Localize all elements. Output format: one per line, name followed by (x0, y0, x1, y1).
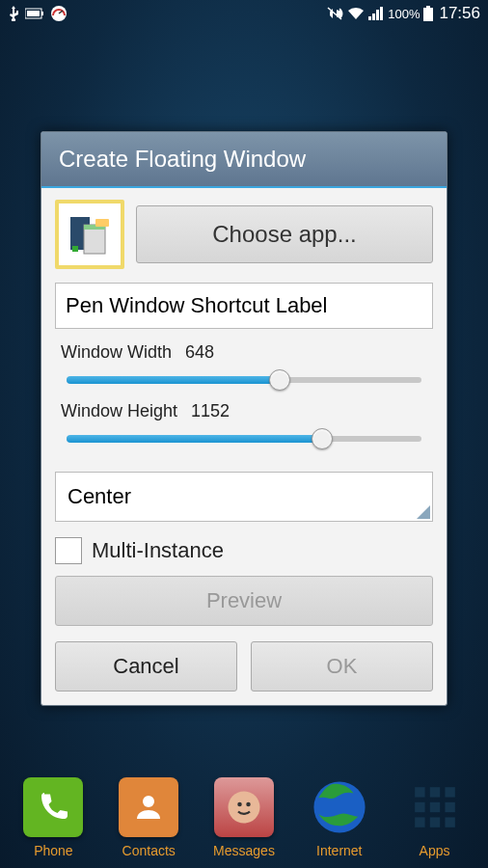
dock-label: Internet (316, 843, 362, 858)
svg-rect-1 (41, 12, 43, 15)
svg-rect-5 (423, 8, 433, 21)
dock-label: Messages (213, 843, 275, 858)
status-bar: 100% 17:56 (0, 0, 488, 27)
internet-icon (310, 777, 369, 837)
svg-rect-6 (426, 6, 430, 8)
svg-rect-20 (445, 817, 454, 827)
svg-point-7 (143, 796, 154, 807)
dock-item-apps[interactable]: Apps (392, 777, 478, 858)
apps-icon (405, 777, 465, 837)
create-floating-window-dialog: Create Floating Window Choose app... Win… (41, 131, 447, 706)
dock-item-internet[interactable]: Internet (296, 777, 383, 858)
window-width-value: 648 (185, 342, 214, 363)
window-width-slider[interactable] (67, 368, 421, 392)
signal-icon (368, 7, 384, 20)
checkbox-box-icon (55, 537, 82, 564)
svg-rect-12 (415, 787, 424, 797)
svg-point-9 (237, 802, 242, 807)
svg-rect-2 (27, 11, 40, 16)
clock-text: 17:56 (439, 4, 480, 23)
svg-rect-16 (429, 802, 439, 812)
wifi-icon (347, 7, 365, 20)
position-spinner[interactable]: Center (55, 472, 433, 522)
shortcut-label-input[interactable] (55, 283, 433, 329)
ok-button[interactable]: OK (251, 641, 433, 692)
messages-icon (214, 777, 274, 837)
window-width-label: Window Width (61, 342, 172, 363)
svg-rect-14 (445, 787, 454, 797)
choose-app-button[interactable]: Choose app... (136, 205, 433, 263)
battery-icon (423, 6, 433, 21)
multi-instance-checkbox[interactable]: Multi-Instance (55, 531, 433, 576)
app-preview-icon[interactable] (55, 200, 124, 269)
svg-point-8 (228, 792, 259, 824)
svg-rect-18 (415, 817, 424, 827)
dock-item-contacts[interactable]: Contacts (105, 777, 192, 858)
dock-label: Phone (34, 843, 72, 858)
usb-icon (8, 6, 19, 21)
dock-label: Contacts (122, 843, 176, 858)
window-height-label: Window Height (61, 401, 177, 421)
preview-button[interactable]: Preview (55, 576, 433, 626)
dropdown-corner-icon (417, 505, 430, 519)
dock-label: Apps (420, 843, 450, 858)
phone-icon (23, 777, 83, 837)
svg-rect-24 (72, 246, 78, 252)
dock: Phone Contacts Messages Internet Apps (0, 777, 488, 862)
svg-rect-15 (415, 802, 424, 812)
position-value: Center (68, 484, 131, 509)
status-right: 100% 17:56 (326, 4, 480, 23)
status-left (8, 5, 68, 22)
dock-item-phone[interactable]: Phone (10, 777, 96, 858)
battery-small-icon (25, 7, 44, 20)
svg-point-10 (246, 802, 251, 807)
dialog-title: Create Floating Window (41, 132, 447, 188)
multi-instance-label: Multi-Instance (92, 538, 224, 563)
svg-rect-13 (429, 787, 439, 797)
window-height-slider[interactable] (67, 427, 421, 450)
cancel-button[interactable]: Cancel (55, 641, 237, 692)
dialog-body: Choose app... Window Width 648 Window He… (41, 188, 447, 705)
battery-percent-text: 100% (388, 7, 420, 21)
dock-item-messages[interactable]: Messages (201, 777, 287, 858)
window-height-value: 1152 (191, 401, 230, 421)
svg-rect-19 (429, 817, 439, 827)
gauge-icon (50, 5, 68, 22)
contacts-icon (119, 777, 178, 837)
svg-rect-25 (95, 219, 109, 227)
svg-rect-17 (445, 802, 454, 812)
vibrate-icon (326, 6, 343, 21)
